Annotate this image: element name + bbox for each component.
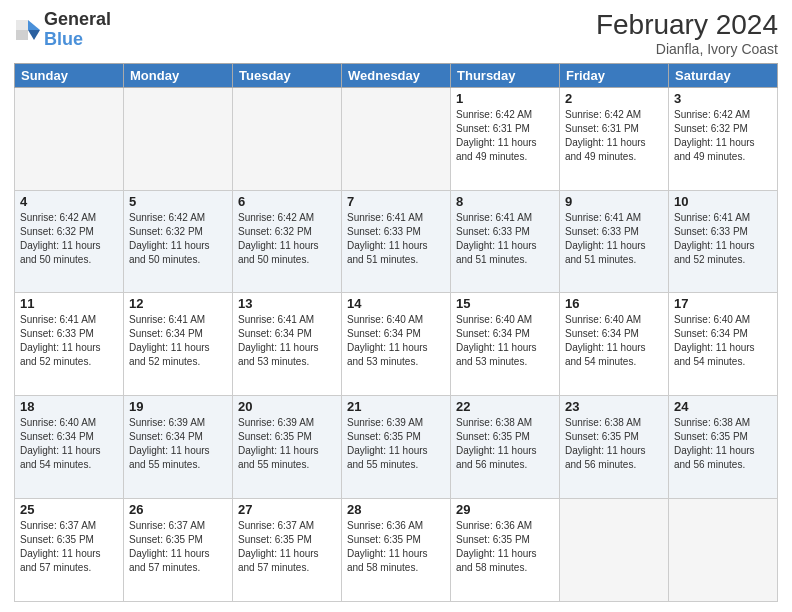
table-row bbox=[342, 87, 451, 190]
col-saturday: Saturday bbox=[669, 63, 778, 87]
table-row: 13Sunrise: 6:41 AM Sunset: 6:34 PM Dayli… bbox=[233, 293, 342, 396]
table-row: 21Sunrise: 6:39 AM Sunset: 6:35 PM Dayli… bbox=[342, 396, 451, 499]
table-row: 7Sunrise: 6:41 AM Sunset: 6:33 PM Daylig… bbox=[342, 190, 451, 293]
col-friday: Friday bbox=[560, 63, 669, 87]
day-info: Sunrise: 6:39 AM Sunset: 6:35 PM Dayligh… bbox=[238, 416, 336, 472]
calendar-week-row: 18Sunrise: 6:40 AM Sunset: 6:34 PM Dayli… bbox=[15, 396, 778, 499]
col-sunday: Sunday bbox=[15, 63, 124, 87]
table-row: 12Sunrise: 6:41 AM Sunset: 6:34 PM Dayli… bbox=[124, 293, 233, 396]
calendar-week-row: 4Sunrise: 6:42 AM Sunset: 6:32 PM Daylig… bbox=[15, 190, 778, 293]
day-number: 29 bbox=[456, 502, 554, 517]
table-row: 27Sunrise: 6:37 AM Sunset: 6:35 PM Dayli… bbox=[233, 499, 342, 602]
day-info: Sunrise: 6:38 AM Sunset: 6:35 PM Dayligh… bbox=[565, 416, 663, 472]
table-row: 5Sunrise: 6:42 AM Sunset: 6:32 PM Daylig… bbox=[124, 190, 233, 293]
table-row: 29Sunrise: 6:36 AM Sunset: 6:35 PM Dayli… bbox=[451, 499, 560, 602]
page: General Blue February 2024 Dianfla, Ivor… bbox=[0, 0, 792, 612]
header: General Blue February 2024 Dianfla, Ivor… bbox=[14, 10, 778, 57]
day-info: Sunrise: 6:40 AM Sunset: 6:34 PM Dayligh… bbox=[20, 416, 118, 472]
col-wednesday: Wednesday bbox=[342, 63, 451, 87]
table-row bbox=[669, 499, 778, 602]
svg-rect-3 bbox=[16, 30, 28, 40]
day-info: Sunrise: 6:36 AM Sunset: 6:35 PM Dayligh… bbox=[456, 519, 554, 575]
logo-blue-text: Blue bbox=[44, 30, 111, 50]
day-info: Sunrise: 6:38 AM Sunset: 6:35 PM Dayligh… bbox=[456, 416, 554, 472]
calendar-table: Sunday Monday Tuesday Wednesday Thursday… bbox=[14, 63, 778, 602]
day-info: Sunrise: 6:42 AM Sunset: 6:31 PM Dayligh… bbox=[565, 108, 663, 164]
table-row bbox=[15, 87, 124, 190]
logo: General Blue bbox=[14, 10, 111, 50]
day-number: 21 bbox=[347, 399, 445, 414]
table-row: 18Sunrise: 6:40 AM Sunset: 6:34 PM Dayli… bbox=[15, 396, 124, 499]
col-tuesday: Tuesday bbox=[233, 63, 342, 87]
logo-general-text: General bbox=[44, 10, 111, 30]
table-row: 19Sunrise: 6:39 AM Sunset: 6:34 PM Dayli… bbox=[124, 396, 233, 499]
table-row: 9Sunrise: 6:41 AM Sunset: 6:33 PM Daylig… bbox=[560, 190, 669, 293]
table-row: 22Sunrise: 6:38 AM Sunset: 6:35 PM Dayli… bbox=[451, 396, 560, 499]
day-number: 24 bbox=[674, 399, 772, 414]
day-info: Sunrise: 6:37 AM Sunset: 6:35 PM Dayligh… bbox=[20, 519, 118, 575]
col-thursday: Thursday bbox=[451, 63, 560, 87]
day-info: Sunrise: 6:41 AM Sunset: 6:33 PM Dayligh… bbox=[674, 211, 772, 267]
day-info: Sunrise: 6:42 AM Sunset: 6:32 PM Dayligh… bbox=[20, 211, 118, 267]
day-number: 17 bbox=[674, 296, 772, 311]
day-number: 28 bbox=[347, 502, 445, 517]
day-info: Sunrise: 6:41 AM Sunset: 6:33 PM Dayligh… bbox=[456, 211, 554, 267]
table-row: 25Sunrise: 6:37 AM Sunset: 6:35 PM Dayli… bbox=[15, 499, 124, 602]
day-info: Sunrise: 6:41 AM Sunset: 6:33 PM Dayligh… bbox=[565, 211, 663, 267]
day-number: 4 bbox=[20, 194, 118, 209]
day-info: Sunrise: 6:39 AM Sunset: 6:34 PM Dayligh… bbox=[129, 416, 227, 472]
day-number: 2 bbox=[565, 91, 663, 106]
day-info: Sunrise: 6:40 AM Sunset: 6:34 PM Dayligh… bbox=[456, 313, 554, 369]
day-number: 15 bbox=[456, 296, 554, 311]
location-subtitle: Dianfla, Ivory Coast bbox=[596, 41, 778, 57]
svg-marker-0 bbox=[28, 20, 40, 30]
table-row: 23Sunrise: 6:38 AM Sunset: 6:35 PM Dayli… bbox=[560, 396, 669, 499]
calendar-header-row: Sunday Monday Tuesday Wednesday Thursday… bbox=[15, 63, 778, 87]
table-row: 17Sunrise: 6:40 AM Sunset: 6:34 PM Dayli… bbox=[669, 293, 778, 396]
day-number: 22 bbox=[456, 399, 554, 414]
table-row: 4Sunrise: 6:42 AM Sunset: 6:32 PM Daylig… bbox=[15, 190, 124, 293]
day-info: Sunrise: 6:37 AM Sunset: 6:35 PM Dayligh… bbox=[129, 519, 227, 575]
day-info: Sunrise: 6:38 AM Sunset: 6:35 PM Dayligh… bbox=[674, 416, 772, 472]
table-row: 26Sunrise: 6:37 AM Sunset: 6:35 PM Dayli… bbox=[124, 499, 233, 602]
table-row bbox=[560, 499, 669, 602]
table-row: 16Sunrise: 6:40 AM Sunset: 6:34 PM Dayli… bbox=[560, 293, 669, 396]
day-number: 25 bbox=[20, 502, 118, 517]
day-number: 20 bbox=[238, 399, 336, 414]
day-info: Sunrise: 6:41 AM Sunset: 6:34 PM Dayligh… bbox=[238, 313, 336, 369]
month-year-title: February 2024 bbox=[596, 10, 778, 41]
day-info: Sunrise: 6:41 AM Sunset: 6:33 PM Dayligh… bbox=[20, 313, 118, 369]
day-number: 13 bbox=[238, 296, 336, 311]
table-row: 2Sunrise: 6:42 AM Sunset: 6:31 PM Daylig… bbox=[560, 87, 669, 190]
table-row: 8Sunrise: 6:41 AM Sunset: 6:33 PM Daylig… bbox=[451, 190, 560, 293]
calendar-week-row: 25Sunrise: 6:37 AM Sunset: 6:35 PM Dayli… bbox=[15, 499, 778, 602]
table-row: 1Sunrise: 6:42 AM Sunset: 6:31 PM Daylig… bbox=[451, 87, 560, 190]
day-number: 12 bbox=[129, 296, 227, 311]
day-number: 10 bbox=[674, 194, 772, 209]
svg-marker-1 bbox=[28, 30, 40, 40]
svg-rect-2 bbox=[16, 20, 28, 30]
day-info: Sunrise: 6:39 AM Sunset: 6:35 PM Dayligh… bbox=[347, 416, 445, 472]
day-number: 16 bbox=[565, 296, 663, 311]
day-info: Sunrise: 6:40 AM Sunset: 6:34 PM Dayligh… bbox=[565, 313, 663, 369]
day-info: Sunrise: 6:37 AM Sunset: 6:35 PM Dayligh… bbox=[238, 519, 336, 575]
day-number: 14 bbox=[347, 296, 445, 311]
day-info: Sunrise: 6:42 AM Sunset: 6:32 PM Dayligh… bbox=[674, 108, 772, 164]
table-row: 10Sunrise: 6:41 AM Sunset: 6:33 PM Dayli… bbox=[669, 190, 778, 293]
day-info: Sunrise: 6:41 AM Sunset: 6:34 PM Dayligh… bbox=[129, 313, 227, 369]
day-info: Sunrise: 6:36 AM Sunset: 6:35 PM Dayligh… bbox=[347, 519, 445, 575]
calendar-week-row: 11Sunrise: 6:41 AM Sunset: 6:33 PM Dayli… bbox=[15, 293, 778, 396]
table-row bbox=[124, 87, 233, 190]
table-row: 20Sunrise: 6:39 AM Sunset: 6:35 PM Dayli… bbox=[233, 396, 342, 499]
table-row: 14Sunrise: 6:40 AM Sunset: 6:34 PM Dayli… bbox=[342, 293, 451, 396]
day-number: 7 bbox=[347, 194, 445, 209]
day-number: 5 bbox=[129, 194, 227, 209]
day-number: 3 bbox=[674, 91, 772, 106]
table-row: 24Sunrise: 6:38 AM Sunset: 6:35 PM Dayli… bbox=[669, 396, 778, 499]
day-info: Sunrise: 6:41 AM Sunset: 6:33 PM Dayligh… bbox=[347, 211, 445, 267]
header-right: February 2024 Dianfla, Ivory Coast bbox=[596, 10, 778, 57]
table-row: 6Sunrise: 6:42 AM Sunset: 6:32 PM Daylig… bbox=[233, 190, 342, 293]
day-number: 6 bbox=[238, 194, 336, 209]
col-monday: Monday bbox=[124, 63, 233, 87]
table-row: 3Sunrise: 6:42 AM Sunset: 6:32 PM Daylig… bbox=[669, 87, 778, 190]
